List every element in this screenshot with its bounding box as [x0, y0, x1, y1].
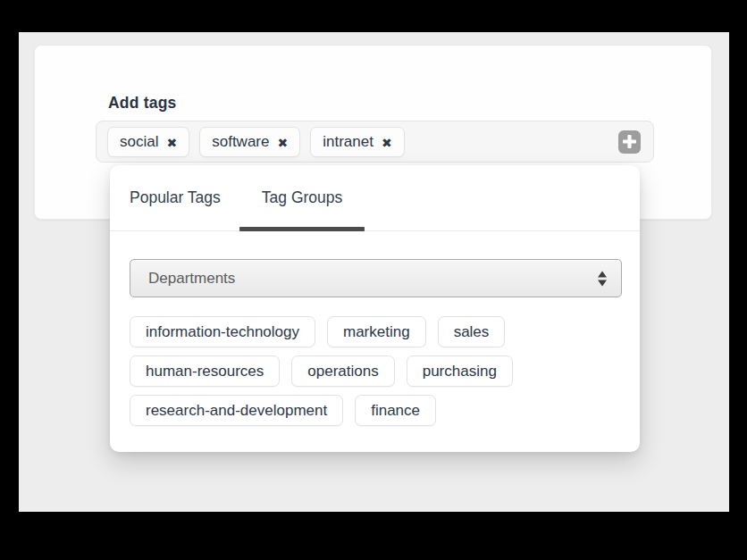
group-tag-list: information-technology marketing sales h…: [130, 316, 513, 426]
arrow-down-icon: [598, 280, 607, 286]
group-tag-button[interactable]: purchasing: [407, 355, 513, 387]
group-tag-row: human-resources operations purchasing: [130, 355, 513, 387]
group-tag-button[interactable]: marketing: [327, 316, 426, 347]
tab-popular-tags[interactable]: Popular Tags: [130, 165, 239, 230]
tag-picker-popup: Popular Tags Tag Groups Departments info…: [110, 165, 640, 452]
active-tab-indicator: [239, 227, 365, 231]
tab-bar: Popular Tags Tag Groups: [110, 165, 640, 231]
tag-group-select-value: Departments: [148, 270, 235, 288]
tab-label: Tag Groups: [262, 188, 342, 207]
remove-tag-icon[interactable]: ✖: [166, 137, 177, 149]
app-background: Add tags social ✖ software ✖ intranet ✖: [19, 32, 729, 512]
tab-label: Popular Tags: [130, 188, 221, 207]
group-tag-button[interactable]: research-and-development: [130, 395, 343, 426]
tag-chip-label: social: [120, 133, 158, 151]
group-tag-button[interactable]: operations: [291, 355, 394, 387]
group-tag-row: information-technology marketing sales: [130, 316, 513, 347]
tag-chip-label: intranet: [323, 133, 374, 151]
plus-icon: [623, 135, 636, 148]
add-tag-button[interactable]: [618, 130, 641, 154]
add-tags-label: Add tags: [108, 94, 176, 113]
tag-input-field[interactable]: social ✖ software ✖ intranet ✖: [96, 121, 654, 163]
group-tag-button[interactable]: human-resources: [130, 355, 280, 387]
tag-chip[interactable]: software ✖: [199, 127, 300, 157]
arrow-up-icon: [598, 271, 607, 277]
tag-chip-label: software: [212, 133, 269, 151]
group-tag-button[interactable]: information-technology: [130, 316, 315, 347]
tag-group-select[interactable]: Departments: [130, 259, 622, 297]
remove-tag-icon[interactable]: ✖: [382, 137, 392, 149]
tab-tag-groups[interactable]: Tag Groups: [239, 165, 365, 230]
group-tag-button[interactable]: sales: [438, 316, 506, 347]
group-tag-row: research-and-development finance: [130, 395, 513, 426]
remove-tag-icon[interactable]: ✖: [277, 137, 288, 149]
select-spinner-icon: [598, 271, 607, 286]
screenshot-frame: Add tags social ✖ software ✖ intranet ✖: [0, 0, 747, 560]
tag-chip[interactable]: intranet ✖: [310, 127, 404, 157]
group-tag-button[interactable]: finance: [355, 395, 436, 426]
tag-chip[interactable]: social ✖: [107, 127, 189, 157]
